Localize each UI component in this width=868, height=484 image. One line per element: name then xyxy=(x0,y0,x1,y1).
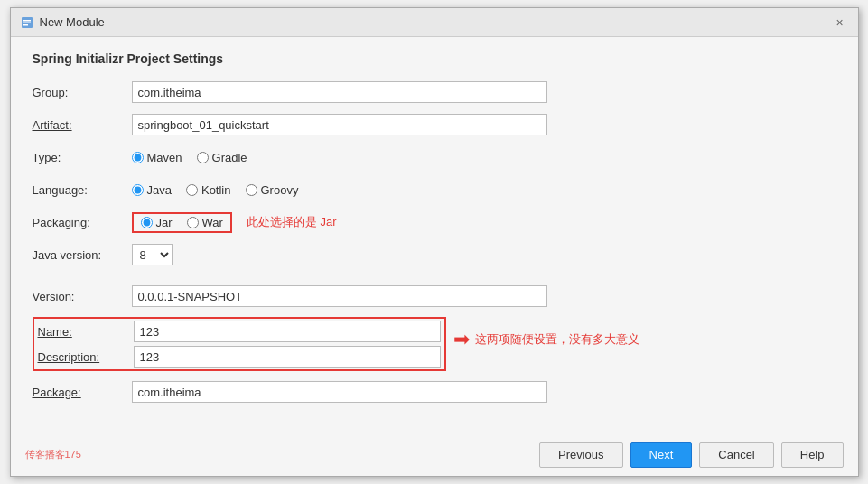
packaging-annotation: 此处选择的是 Jar xyxy=(247,214,337,230)
type-gradle-radio[interactable] xyxy=(197,152,209,163)
artifact-input[interactable] xyxy=(132,114,547,135)
artifact-row: Artifact: xyxy=(33,113,836,136)
type-maven-item[interactable]: Maven xyxy=(132,151,182,164)
language-groovy-label: Groovy xyxy=(261,183,299,197)
title-bar-left: New Module xyxy=(20,15,105,30)
cancel-button[interactable]: Cancel xyxy=(699,442,773,468)
language-radio-group: Java Kotlin Groovy xyxy=(132,183,299,197)
language-groovy-radio[interactable] xyxy=(246,184,257,196)
packaging-jar-radio[interactable] xyxy=(141,217,153,228)
new-module-dialog: New Module × Spring Initializr Project S… xyxy=(10,7,859,477)
section-title: Spring Initializr Project Settings xyxy=(33,51,836,66)
type-radio-group: Maven Gradle xyxy=(132,151,247,164)
java-version-label: Java version: xyxy=(33,248,132,262)
packaging-war-item[interactable]: War xyxy=(187,216,223,229)
version-row: Version: xyxy=(33,284,836,308)
name-desc-annotation: 这两项随便设置，没有多大意义 xyxy=(475,331,639,348)
name-row: Name: xyxy=(34,319,444,344)
title-bar: New Module × xyxy=(11,8,858,37)
packaging-highlight-box: Jar War xyxy=(132,212,232,233)
language-kotlin-label: Kotlin xyxy=(201,183,231,197)
dialog-body: Spring Initializr Project Settings Group… xyxy=(11,37,858,433)
svg-rect-2 xyxy=(23,22,31,23)
name-desc-annotation-group: ➡ 这两项随便设置，没有多大意义 xyxy=(453,328,639,351)
type-gradle-label: Gradle xyxy=(212,151,247,164)
help-button[interactable]: Help xyxy=(781,442,844,468)
type-row: Type: Maven Gradle xyxy=(33,145,836,169)
group-label: Group: xyxy=(33,86,132,99)
packaging-radio-group: Jar War xyxy=(141,216,223,229)
next-button[interactable]: Next xyxy=(630,442,693,468)
module-icon xyxy=(20,15,34,30)
packaging-jar-item[interactable]: Jar xyxy=(141,216,173,229)
packaging-war-radio[interactable] xyxy=(187,217,199,228)
language-row: Language: Java Kotlin Groovy xyxy=(33,178,836,201)
description-input[interactable] xyxy=(134,346,441,368)
group-row: Group: xyxy=(33,80,836,104)
java-version-row: Java version: 8 11 17 xyxy=(33,243,836,266)
close-button[interactable]: × xyxy=(831,14,849,32)
description-label: Description: xyxy=(38,350,134,364)
svg-rect-3 xyxy=(23,24,28,26)
language-kotlin-item[interactable]: Kotlin xyxy=(186,183,231,197)
name-input[interactable] xyxy=(134,321,441,342)
language-java-label: Java xyxy=(147,183,172,197)
packaging-jar-label: Jar xyxy=(156,216,173,229)
name-desc-highlight: Name: Description: xyxy=(33,317,446,371)
language-label: Language: xyxy=(33,183,132,197)
packaging-war-label: War xyxy=(202,216,223,229)
name-desc-section: Name: Description: ➡ 这两项随便设置，没有多大意义 xyxy=(33,317,836,371)
java-version-select[interactable]: 8 11 17 xyxy=(132,244,173,265)
package-row: Package: xyxy=(33,380,836,404)
artifact-label: Artifact: xyxy=(33,118,132,132)
description-row: Description: xyxy=(34,344,444,369)
type-label: Type: xyxy=(33,151,132,164)
watermark-text: 传客播客175 xyxy=(25,448,81,461)
type-maven-radio[interactable] xyxy=(132,152,144,163)
arrow-icon: ➡ xyxy=(453,328,470,351)
type-maven-label: Maven xyxy=(147,151,182,164)
package-input[interactable] xyxy=(132,381,547,403)
group-input[interactable] xyxy=(132,81,547,103)
version-label: Version: xyxy=(33,290,132,303)
language-groovy-item[interactable]: Groovy xyxy=(246,183,299,197)
type-gradle-item[interactable]: Gradle xyxy=(197,151,247,164)
language-kotlin-radio[interactable] xyxy=(186,184,198,196)
svg-rect-1 xyxy=(23,20,31,22)
dialog-footer: 传客播客175 Previous Next Cancel Help xyxy=(11,433,858,476)
name-label: Name: xyxy=(38,325,134,339)
language-java-radio[interactable] xyxy=(132,184,144,196)
packaging-label: Packaging: xyxy=(33,216,132,229)
packaging-row: Packaging: Jar War 此处选择的是 Jar xyxy=(33,210,836,234)
language-java-item[interactable]: Java xyxy=(132,183,172,197)
previous-button[interactable]: Previous xyxy=(539,442,623,468)
package-label: Package: xyxy=(33,386,132,399)
version-input[interactable] xyxy=(132,285,547,307)
dialog-title: New Module xyxy=(40,15,105,29)
